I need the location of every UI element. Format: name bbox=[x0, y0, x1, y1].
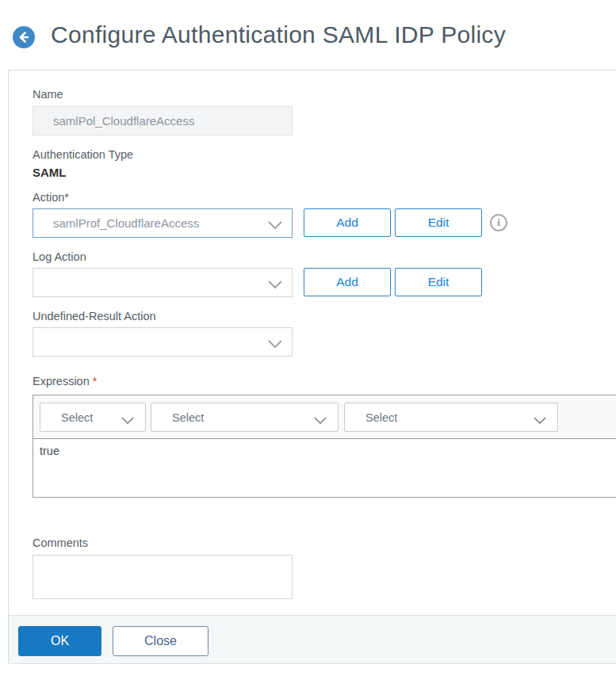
expression-editor: Select Select Select bbox=[33, 395, 616, 498]
back-arrow-icon bbox=[13, 37, 35, 51]
chevron-down-icon bbox=[314, 414, 327, 422]
comments-textarea[interactable] bbox=[33, 555, 293, 599]
log-action-select[interactable] bbox=[33, 268, 293, 297]
action-label: Action* bbox=[33, 191, 69, 204]
action-select-value: samlProf_CloudflareAccess bbox=[33, 216, 268, 230]
expression-select-3[interactable]: Select bbox=[344, 403, 558, 432]
chevron-down-icon bbox=[121, 414, 134, 422]
action-add-button[interactable]: Add bbox=[304, 208, 391, 237]
back-button[interactable] bbox=[13, 26, 35, 48]
name-input[interactable] bbox=[33, 106, 293, 136]
expression-textarea[interactable]: true bbox=[33, 439, 616, 497]
auth-type-label: Authentication Type bbox=[33, 148, 133, 161]
form-panel: Name Authentication Type SAML Action* sa… bbox=[8, 70, 616, 663]
log-action-add-button[interactable]: Add bbox=[304, 268, 391, 296]
action-edit-button[interactable]: Edit bbox=[395, 208, 482, 237]
expression-select-2[interactable]: Select bbox=[151, 403, 339, 432]
log-action-label: Log Action bbox=[33, 250, 86, 263]
ok-button[interactable]: OK bbox=[18, 626, 101, 656]
expression-select-1[interactable]: Select bbox=[40, 403, 146, 432]
chevron-down-icon bbox=[268, 219, 282, 227]
undefined-action-select[interactable] bbox=[33, 327, 293, 357]
chevron-down-icon bbox=[534, 414, 546, 422]
chevron-down-icon bbox=[268, 338, 282, 346]
expression-label-text: Expression bbox=[33, 375, 90, 388]
undefined-action-label: Undefined-Result Action bbox=[33, 310, 156, 323]
expression-select-1-value: Select bbox=[40, 411, 121, 424]
expression-required-mark: * bbox=[93, 375, 98, 388]
auth-type-value: SAML bbox=[33, 166, 67, 179]
footer-bar: OK Close bbox=[9, 615, 616, 664]
expression-select-3-value: Select bbox=[345, 411, 534, 424]
expression-toolbar: Select Select Select bbox=[33, 395, 616, 439]
expression-select-2-value: Select bbox=[151, 411, 314, 424]
name-label: Name bbox=[33, 88, 63, 101]
comments-label: Comments bbox=[33, 537, 88, 549]
log-action-edit-button[interactable]: Edit bbox=[395, 268, 482, 296]
chevron-down-icon bbox=[268, 278, 282, 287]
info-icon[interactable]: i bbox=[490, 214, 507, 231]
expression-label: Expression * bbox=[33, 375, 97, 388]
action-select[interactable]: samlProf_CloudflareAccess bbox=[33, 208, 293, 238]
page-title: Configure Authentication SAML IDP Policy bbox=[51, 21, 506, 48]
close-button[interactable]: Close bbox=[113, 626, 209, 656]
